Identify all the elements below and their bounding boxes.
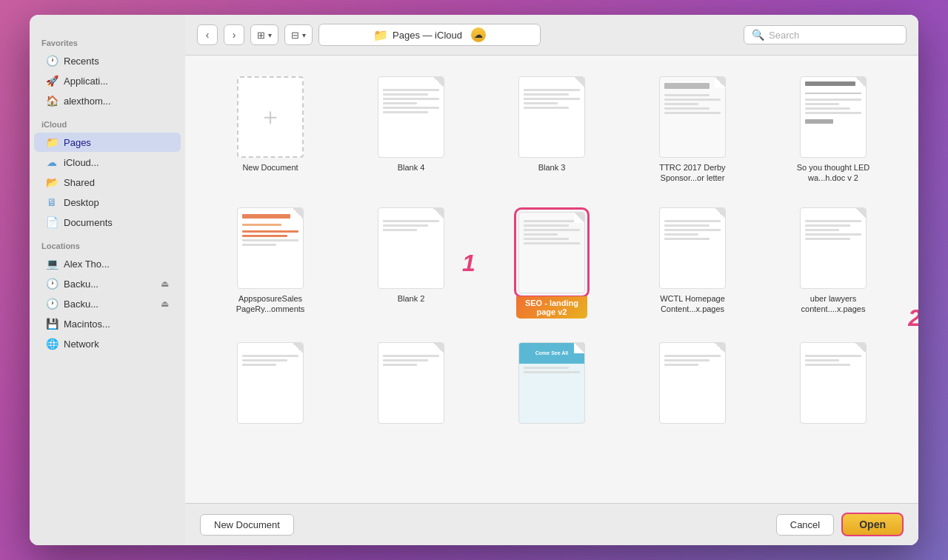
open-button[interactable]: Open bbox=[841, 513, 904, 536]
doc-thumbnail-wctl bbox=[659, 207, 726, 289]
file-item-comesee[interactable]: Come See All bbox=[484, 336, 619, 434]
search-box[interactable]: 🔍 bbox=[744, 25, 907, 44]
file-item-blank3[interactable]: Blank 3 bbox=[484, 70, 619, 190]
file-item-row3-4[interactable] bbox=[625, 336, 760, 434]
doc-img-header: Come See All bbox=[519, 343, 584, 364]
sidebar-item-home[interactable]: 🏠 alexthom... bbox=[34, 91, 181, 110]
doc-title-line bbox=[805, 81, 855, 86]
sidebar-item-documents[interactable]: 📄 Documents bbox=[34, 213, 181, 232]
file-item-uber[interactable]: 2 uber lawyers content....x.pages bbox=[766, 201, 901, 324]
doc-line bbox=[664, 355, 721, 357]
seo-selection-border bbox=[514, 207, 590, 298]
icloud-drive-icon: ☁ bbox=[46, 156, 58, 168]
file-item-row3-5[interactable] bbox=[766, 336, 901, 434]
file-item-row3-1[interactable] bbox=[203, 336, 338, 434]
doc-line bbox=[524, 233, 558, 236]
backup1-icon: 🕐 bbox=[46, 278, 58, 290]
doc-line bbox=[242, 364, 276, 366]
file-label-uber: uber lawyers content....x.pages bbox=[792, 293, 874, 315]
doc-thumbnail-ttrc bbox=[659, 76, 726, 158]
new-document-button[interactable]: New Document bbox=[200, 514, 294, 536]
sidebar-item-applications[interactable]: 🚀 Applicati... bbox=[34, 71, 181, 90]
file-item-new-document[interactable]: ＋ New Document bbox=[203, 70, 338, 190]
doc-line bbox=[524, 98, 580, 100]
file-item-blank4[interactable]: Blank 4 bbox=[344, 70, 478, 190]
search-input[interactable] bbox=[769, 30, 898, 41]
doc-line bbox=[805, 224, 850, 227]
file-item-row3-2[interactable] bbox=[344, 336, 478, 434]
sidebar-item-desktop[interactable]: 🖥 Desktop bbox=[34, 193, 181, 212]
file-label-blank2: Blank 2 bbox=[398, 293, 425, 304]
file-label-wctl: WCTL Homepage Content...x.pages bbox=[652, 293, 733, 315]
sidebar-item-pages-label: Pages bbox=[64, 137, 91, 148]
sidebar-item-backup1[interactable]: 🕐 Backu... ⏏ bbox=[34, 274, 181, 293]
location-selector[interactable]: 📁 Pages — iCloud ☁ bbox=[318, 24, 541, 46]
doc-line bbox=[242, 235, 287, 237]
doc-thumbnail-row3-2 bbox=[378, 342, 444, 424]
view-list-button[interactable]: ⊟ ▾ bbox=[284, 24, 313, 45]
file-item-appsposure[interactable]: AppsposureSales PageRy...omments bbox=[203, 201, 338, 324]
grid-chevron-icon: ▾ bbox=[268, 31, 272, 39]
list-chevron-icon: ▾ bbox=[302, 31, 306, 39]
sidebar-item-macintos-label: Macintos... bbox=[64, 319, 110, 330]
sidebar-item-macintos[interactable]: 💾 Macintos... bbox=[34, 314, 181, 333]
harddisk-icon: 💾 bbox=[46, 318, 58, 330]
sidebar-item-backup2-label: Backu... bbox=[64, 299, 99, 310]
view-grid-button[interactable]: ⊞ ▾ bbox=[250, 24, 278, 45]
bottom-right-actions: Cancel Open bbox=[776, 513, 904, 536]
doc-line bbox=[383, 111, 428, 113]
eject-icon-2[interactable]: ⏏ bbox=[161, 299, 169, 309]
new-doc-thumbnail: ＋ bbox=[237, 76, 304, 158]
sidebar-item-pages[interactable]: 📁 Pages bbox=[34, 133, 181, 152]
forward-button[interactable]: › bbox=[224, 24, 244, 45]
doc-line bbox=[805, 220, 861, 222]
doc-line bbox=[383, 89, 439, 91]
doc-line bbox=[805, 107, 850, 110]
sidebar-item-icloud-drive[interactable]: ☁ iCloud... bbox=[34, 153, 181, 172]
bottom-bar: New Document Cancel Open bbox=[185, 503, 918, 545]
pages-icon: 📁 bbox=[46, 136, 58, 148]
sidebar-item-computer[interactable]: 💻 Alex Tho... bbox=[34, 254, 181, 273]
sidebar-item-icloud-label: iCloud... bbox=[64, 157, 99, 168]
location-folder-icon: 📁 bbox=[373, 28, 388, 42]
file-label-ttrc: TTRC 2017 Derby Sponsor...or letter bbox=[652, 162, 733, 184]
doc-thumbnail-row3-4 bbox=[659, 342, 726, 424]
file-label-new-doc: New Document bbox=[242, 162, 298, 173]
eject-icon-1[interactable]: ⏏ bbox=[161, 279, 169, 289]
cancel-button[interactable]: Cancel bbox=[776, 514, 834, 536]
toolbar: ‹ › ⊞ ▾ ⊟ ▾ 📁 Pages — iCloud ☁ 🔍 bbox=[185, 15, 918, 56]
file-open-dialog: Favorites 🕐 Recents 🚀 Applicati... 🏠 ale… bbox=[30, 15, 918, 545]
doc-thumbnail-seo bbox=[518, 212, 585, 293]
file-item-ttrc[interactable]: TTRC 2017 Derby Sponsor...or letter bbox=[625, 70, 760, 190]
doc-line bbox=[805, 233, 861, 236]
search-icon: 🔍 bbox=[752, 29, 764, 41]
sidebar-item-shared[interactable]: 📂 Shared bbox=[34, 173, 181, 192]
file-label-blank3: Blank 3 bbox=[538, 162, 566, 173]
back-button[interactable]: ‹ bbox=[197, 24, 218, 45]
locations-section-label: Locations bbox=[30, 233, 185, 253]
doc-line bbox=[805, 103, 839, 105]
doc-thumbnail-comesee: Come See All bbox=[518, 342, 585, 424]
doc-line bbox=[524, 371, 580, 373]
doc-line bbox=[524, 107, 569, 109]
sidebar-item-recents-label: Recents bbox=[64, 56, 99, 67]
doc-line bbox=[242, 230, 298, 233]
doc-line bbox=[242, 355, 298, 357]
doc-line bbox=[805, 359, 839, 361]
doc-line bbox=[664, 364, 698, 366]
doc-line bbox=[805, 93, 861, 94]
annotation-2: 2 bbox=[908, 304, 918, 332]
file-item-seo[interactable]: 1 SEO - la bbox=[484, 201, 619, 324]
files-grid: ＋ New Document bbox=[203, 70, 901, 434]
sidebar-item-backup2[interactable]: 🕐 Backu... ⏏ bbox=[34, 294, 181, 313]
doc-line bbox=[805, 229, 839, 231]
file-item-blank2[interactable]: Blank 2 bbox=[344, 201, 478, 324]
sidebar-item-recents[interactable]: 🕐 Recents bbox=[34, 51, 181, 70]
sidebar-item-network[interactable]: 🌐 Network bbox=[34, 334, 181, 353]
file-label-appsposure: AppsposureSales PageRy...omments bbox=[230, 293, 311, 315]
file-item-led[interactable]: So you thought LED wa...h.doc v 2 bbox=[766, 70, 901, 190]
file-item-wctl[interactable]: WCTL Homepage Content...x.pages bbox=[625, 201, 760, 324]
doc-line bbox=[805, 364, 850, 366]
doc-thumbnail-blank4 bbox=[378, 76, 444, 158]
doc-line bbox=[805, 238, 850, 240]
